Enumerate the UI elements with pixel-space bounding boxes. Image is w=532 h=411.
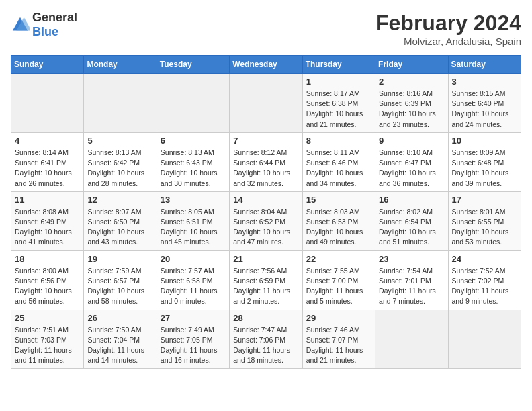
calendar-cell: 19Sunrise: 7:59 AM Sunset: 6:57 PM Dayli…: [84, 250, 157, 310]
calendar-cell: 27Sunrise: 7:49 AM Sunset: 7:05 PM Dayli…: [157, 310, 229, 369]
day-number: 23: [379, 254, 444, 264]
logo: General Blue: [11, 11, 77, 39]
logo-text: General Blue: [32, 11, 77, 39]
weekday-row: SundayMondayTuesdayWednesdayThursdayFrid…: [11, 56, 521, 74]
calendar-cell: 13Sunrise: 8:05 AM Sunset: 6:51 PM Dayli…: [157, 191, 229, 250]
calendar-body: 1Sunrise: 8:17 AM Sunset: 6:38 PM Daylig…: [11, 74, 521, 369]
calendar-cell: 14Sunrise: 8:04 AM Sunset: 6:52 PM Dayli…: [230, 191, 302, 250]
day-number: 5: [87, 136, 152, 146]
day-info: Sunrise: 7:52 AM Sunset: 7:02 PM Dayligh…: [452, 266, 517, 307]
calendar-cell: [11, 74, 84, 133]
calendar-cell: 23Sunrise: 7:54 AM Sunset: 7:01 PM Dayli…: [375, 250, 448, 310]
day-number: 7: [233, 136, 298, 146]
day-number: 13: [161, 195, 226, 205]
day-number: 20: [161, 254, 226, 264]
weekday-header: Sunday: [11, 56, 84, 74]
logo-blue: Blue: [32, 25, 58, 38]
calendar-cell: 17Sunrise: 8:01 AM Sunset: 6:55 PM Dayli…: [448, 191, 521, 250]
day-number: 22: [306, 254, 371, 264]
calendar-cell: 12Sunrise: 8:07 AM Sunset: 6:50 PM Dayli…: [84, 191, 157, 250]
calendar-cell: 4Sunrise: 8:14 AM Sunset: 6:41 PM Daylig…: [11, 132, 84, 191]
weekday-header: Saturday: [448, 56, 521, 74]
calendar-cell: 7Sunrise: 8:12 AM Sunset: 6:44 PM Daylig…: [230, 132, 302, 191]
calendar-cell: 18Sunrise: 8:00 AM Sunset: 6:56 PM Dayli…: [11, 250, 84, 310]
day-info: Sunrise: 8:05 AM Sunset: 6:51 PM Dayligh…: [161, 207, 226, 248]
day-number: 12: [87, 195, 152, 205]
day-number: 9: [379, 136, 444, 146]
calendar-cell: 5Sunrise: 8:13 AM Sunset: 6:42 PM Daylig…: [84, 132, 157, 191]
calendar-cell: 10Sunrise: 8:09 AM Sunset: 6:48 PM Dayli…: [448, 132, 521, 191]
calendar-cell: 6Sunrise: 8:13 AM Sunset: 6:43 PM Daylig…: [157, 132, 229, 191]
day-number: 19: [87, 254, 152, 264]
day-info: Sunrise: 8:03 AM Sunset: 6:53 PM Dayligh…: [306, 207, 371, 248]
calendar-cell: 24Sunrise: 7:52 AM Sunset: 7:02 PM Dayli…: [448, 250, 521, 310]
calendar-week-row: 25Sunrise: 7:51 AM Sunset: 7:03 PM Dayli…: [11, 310, 521, 369]
day-info: Sunrise: 7:49 AM Sunset: 7:05 PM Dayligh…: [161, 325, 226, 366]
day-number: 10: [452, 136, 517, 146]
calendar-cell: 15Sunrise: 8:03 AM Sunset: 6:53 PM Dayli…: [302, 191, 375, 250]
day-number: 1: [306, 77, 371, 87]
logo-icon: [11, 15, 30, 34]
day-info: Sunrise: 8:08 AM Sunset: 6:49 PM Dayligh…: [15, 207, 80, 248]
day-info: Sunrise: 8:14 AM Sunset: 6:41 PM Dayligh…: [15, 148, 80, 189]
day-info: Sunrise: 8:12 AM Sunset: 6:44 PM Dayligh…: [233, 148, 298, 189]
day-info: Sunrise: 8:00 AM Sunset: 6:56 PM Dayligh…: [15, 266, 80, 307]
calendar-cell: 11Sunrise: 8:08 AM Sunset: 6:49 PM Dayli…: [11, 191, 84, 250]
calendar-cell: 29Sunrise: 7:46 AM Sunset: 7:07 PM Dayli…: [302, 310, 375, 369]
day-info: Sunrise: 7:57 AM Sunset: 6:58 PM Dayligh…: [161, 266, 226, 307]
day-info: Sunrise: 7:59 AM Sunset: 6:57 PM Dayligh…: [87, 266, 152, 307]
calendar-cell: [448, 310, 521, 369]
calendar-week-row: 4Sunrise: 8:14 AM Sunset: 6:41 PM Daylig…: [11, 132, 521, 191]
calendar-header: SundayMondayTuesdayWednesdayThursdayFrid…: [11, 56, 521, 74]
weekday-header: Wednesday: [230, 56, 302, 74]
calendar-cell: 28Sunrise: 7:47 AM Sunset: 7:06 PM Dayli…: [230, 310, 302, 369]
day-number: 16: [379, 195, 444, 205]
calendar-cell: 2Sunrise: 8:16 AM Sunset: 6:39 PM Daylig…: [375, 74, 448, 133]
day-info: Sunrise: 7:51 AM Sunset: 7:03 PM Dayligh…: [15, 325, 80, 366]
calendar-week-row: 11Sunrise: 8:08 AM Sunset: 6:49 PM Dayli…: [11, 191, 521, 250]
calendar-cell: [230, 74, 302, 133]
day-number: 18: [15, 254, 80, 264]
day-number: 3: [452, 77, 517, 87]
day-info: Sunrise: 8:09 AM Sunset: 6:48 PM Dayligh…: [452, 148, 517, 189]
day-info: Sunrise: 8:13 AM Sunset: 6:43 PM Dayligh…: [161, 148, 226, 189]
day-number: 8: [306, 136, 371, 146]
calendar-cell: 3Sunrise: 8:15 AM Sunset: 6:40 PM Daylig…: [448, 74, 521, 133]
day-info: Sunrise: 7:56 AM Sunset: 6:59 PM Dayligh…: [233, 266, 298, 307]
day-number: 11: [15, 195, 80, 205]
day-info: Sunrise: 8:02 AM Sunset: 6:54 PM Dayligh…: [379, 207, 444, 248]
weekday-header: Tuesday: [157, 56, 229, 74]
calendar-cell: 21Sunrise: 7:56 AM Sunset: 6:59 PM Dayli…: [230, 250, 302, 310]
calendar-cell: [84, 74, 157, 133]
day-number: 6: [161, 136, 226, 146]
calendar-cell: 26Sunrise: 7:50 AM Sunset: 7:04 PM Dayli…: [84, 310, 157, 369]
weekday-header: Friday: [375, 56, 448, 74]
calendar-cell: 1Sunrise: 8:17 AM Sunset: 6:38 PM Daylig…: [302, 74, 375, 133]
calendar-week-row: 1Sunrise: 8:17 AM Sunset: 6:38 PM Daylig…: [11, 74, 521, 133]
day-info: Sunrise: 8:07 AM Sunset: 6:50 PM Dayligh…: [87, 207, 152, 248]
day-info: Sunrise: 8:17 AM Sunset: 6:38 PM Dayligh…: [306, 89, 371, 130]
calendar-cell: 20Sunrise: 7:57 AM Sunset: 6:58 PM Dayli…: [157, 250, 229, 310]
day-number: 15: [306, 195, 371, 205]
day-info: Sunrise: 7:50 AM Sunset: 7:04 PM Dayligh…: [87, 325, 152, 366]
day-info: Sunrise: 8:01 AM Sunset: 6:55 PM Dayligh…: [452, 207, 517, 248]
calendar-cell: [375, 310, 448, 369]
location-title: Molvizar, Andalusia, Spain: [375, 36, 521, 47]
calendar-table: SundayMondayTuesdayWednesdayThursdayFrid…: [11, 55, 521, 369]
calendar-cell: 16Sunrise: 8:02 AM Sunset: 6:54 PM Dayli…: [375, 191, 448, 250]
day-number: 27: [161, 313, 226, 323]
day-info: Sunrise: 8:11 AM Sunset: 6:46 PM Dayligh…: [306, 148, 371, 189]
calendar-cell: 9Sunrise: 8:10 AM Sunset: 6:47 PM Daylig…: [375, 132, 448, 191]
weekday-header: Thursday: [302, 56, 375, 74]
logo-general: General: [32, 11, 77, 24]
day-info: Sunrise: 8:13 AM Sunset: 6:42 PM Dayligh…: [87, 148, 152, 189]
day-number: 26: [87, 313, 152, 323]
calendar-cell: 22Sunrise: 7:55 AM Sunset: 7:00 PM Dayli…: [302, 250, 375, 310]
day-number: 24: [452, 254, 517, 264]
day-number: 17: [452, 195, 517, 205]
calendar-cell: 25Sunrise: 7:51 AM Sunset: 7:03 PM Dayli…: [11, 310, 84, 369]
day-info: Sunrise: 7:54 AM Sunset: 7:01 PM Dayligh…: [379, 266, 444, 307]
day-number: 29: [306, 313, 371, 323]
day-number: 28: [233, 313, 298, 323]
day-info: Sunrise: 7:47 AM Sunset: 7:06 PM Dayligh…: [233, 325, 298, 366]
